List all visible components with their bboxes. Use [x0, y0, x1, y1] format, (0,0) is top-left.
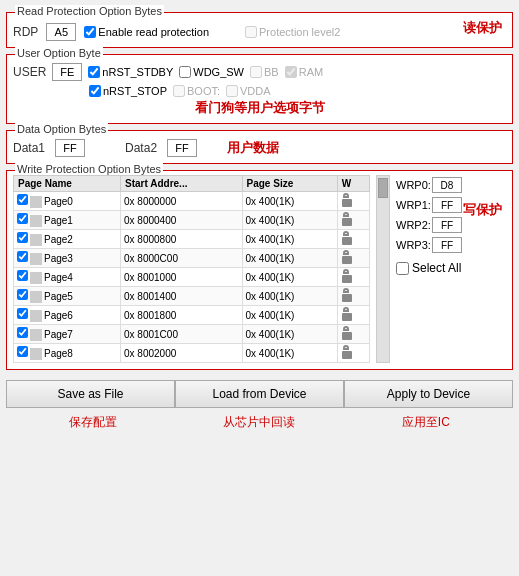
table-cell-page-size: 0x 400(1K) [242, 211, 337, 230]
bb-text: BB [264, 66, 279, 78]
table-cell-w [337, 344, 369, 363]
select-all-row[interactable]: Select All [396, 261, 506, 275]
write-table-body: Page00x 80000000x 400(1K)Page10x 8000400… [14, 192, 370, 363]
boot-text: BOOT: [187, 85, 220, 97]
table-cell-w [337, 287, 369, 306]
lock-icon-1 [341, 212, 353, 226]
user-input[interactable] [52, 63, 82, 81]
user-option-chinese: 看门狗等用户选项字节 [195, 100, 325, 115]
wrp0-label: WRP0: [396, 179, 428, 191]
save-annotation: 保存配置 [10, 414, 176, 431]
scroll-thumb[interactable] [378, 178, 388, 198]
prot-level2-label: Protection level2 [245, 26, 340, 38]
prot-level2-text: Protection level2 [259, 26, 340, 38]
rdp-label: RDP [13, 25, 38, 39]
write-table-container: Page Name Start Addre... Page Size W Pag… [13, 175, 370, 363]
user-opt-row1: USER nRST_STDBY WDG_SW BB RAM [13, 63, 506, 81]
page-checkbox-0[interactable] [17, 194, 28, 205]
user-option-group: User Option Byte USER nRST_STDBY WDG_SW … [6, 54, 513, 124]
ram-text: RAM [299, 66, 323, 78]
table-cell-page-name: Page0 [14, 192, 121, 211]
data2-label: Data2 [125, 141, 157, 155]
read-protection-group: Read Protection Option Bytes 读保护 RDP Ena… [6, 12, 513, 48]
page-checkbox-3[interactable] [17, 251, 28, 262]
table-cell-page-size: 0x 400(1K) [242, 287, 337, 306]
wrp0-input[interactable] [432, 177, 462, 193]
table-cell-w [337, 306, 369, 325]
bb-label: BB [250, 66, 279, 78]
wrp3-input[interactable] [432, 237, 462, 253]
page-icon-1 [30, 215, 42, 227]
lock-icon-4 [341, 269, 353, 283]
table-scrollbar[interactable] [376, 175, 390, 363]
table-cell-start-addr: 0x 8000800 [121, 230, 243, 249]
load-annotation: 从芯片中回读 [176, 414, 342, 431]
lock-icon-7 [341, 326, 353, 340]
page-icon-0 [30, 196, 42, 208]
table-cell-w [337, 268, 369, 287]
page-checkbox-5[interactable] [17, 289, 28, 300]
table-cell-page-size: 0x 400(1K) [242, 249, 337, 268]
select-all-checkbox[interactable] [396, 262, 409, 275]
nrst-stop-checkbox[interactable] [89, 85, 101, 97]
page-icon-8 [30, 348, 42, 360]
table-cell-start-addr: 0x 8000C00 [121, 249, 243, 268]
table-row: Page80x 80020000x 400(1K) [14, 344, 370, 363]
table-cell-start-addr: 0x 8001000 [121, 268, 243, 287]
wrp0-row: WRP0: [396, 177, 506, 193]
enable-read-prot-label[interactable]: Enable read protection [84, 26, 209, 38]
table-cell-page-size: 0x 400(1K) [242, 306, 337, 325]
lock-icon-0 [341, 193, 353, 207]
data1-input[interactable] [55, 139, 85, 157]
wrp1-input[interactable] [432, 197, 462, 213]
table-cell-page-name: Page8 [14, 344, 121, 363]
nrst-stop-label[interactable]: nRST_STOP [89, 85, 167, 97]
user-option-chinese-row: 看门狗等用户选项字节 [13, 99, 506, 117]
table-cell-page-name: Page3 [14, 249, 121, 268]
load-from-device-button[interactable]: Load from Device [175, 380, 344, 408]
wdg-sw-label[interactable]: WDG_SW [179, 66, 244, 78]
write-protection-group: Write Protection Option Bytes 写保护 Page N… [6, 170, 513, 370]
page-checkbox-6[interactable] [17, 308, 28, 319]
vdda-checkbox[interactable] [226, 85, 238, 97]
bb-checkbox[interactable] [250, 66, 262, 78]
boot-checkbox[interactable] [173, 85, 185, 97]
col-page-size: Page Size [242, 176, 337, 192]
nrst-stop-text: nRST_STOP [103, 85, 167, 97]
page-checkbox-4[interactable] [17, 270, 28, 281]
wdg-sw-checkbox[interactable] [179, 66, 191, 78]
main-container: Read Protection Option Bytes 读保护 RDP Ena… [0, 0, 519, 437]
table-cell-page-size: 0x 400(1K) [242, 192, 337, 211]
data2-input[interactable] [167, 139, 197, 157]
page-checkbox-8[interactable] [17, 346, 28, 357]
enable-read-prot-text: Enable read protection [98, 26, 209, 38]
table-cell-page-name: Page6 [14, 306, 121, 325]
table-row: Page30x 8000C000x 400(1K) [14, 249, 370, 268]
read-protection-title: Read Protection Option Bytes [15, 5, 164, 17]
page-icon-7 [30, 329, 42, 341]
nrst-stdby-checkbox[interactable] [88, 66, 100, 78]
prot-level2-checkbox[interactable] [245, 26, 257, 38]
apply-to-device-button[interactable]: Apply to Device [344, 380, 513, 408]
write-table: Page Name Start Addre... Page Size W Pag… [13, 175, 370, 363]
table-cell-start-addr: 0x 8001800 [121, 306, 243, 325]
table-row: Page10x 80004000x 400(1K) [14, 211, 370, 230]
page-checkbox-1[interactable] [17, 213, 28, 224]
wrp2-input[interactable] [432, 217, 462, 233]
lock-icon-5 [341, 288, 353, 302]
page-checkbox-7[interactable] [17, 327, 28, 338]
page-icon-5 [30, 291, 42, 303]
enable-read-prot-checkbox[interactable] [84, 26, 96, 38]
save-as-file-button[interactable]: Save as File [6, 380, 175, 408]
nrst-stdby-label[interactable]: nRST_STDBY [88, 66, 173, 78]
page-icon-2 [30, 234, 42, 246]
data-option-title: Data Option Bytes [15, 123, 108, 135]
table-row: Page70x 8001C000x 400(1K) [14, 325, 370, 344]
table-cell-start-addr: 0x 8001C00 [121, 325, 243, 344]
wrp1-label: WRP1: [396, 199, 428, 211]
page-checkbox-2[interactable] [17, 232, 28, 243]
rdp-input[interactable] [46, 23, 76, 41]
lock-icon-3 [341, 250, 353, 264]
ram-checkbox[interactable] [285, 66, 297, 78]
table-row: Page40x 80010000x 400(1K) [14, 268, 370, 287]
